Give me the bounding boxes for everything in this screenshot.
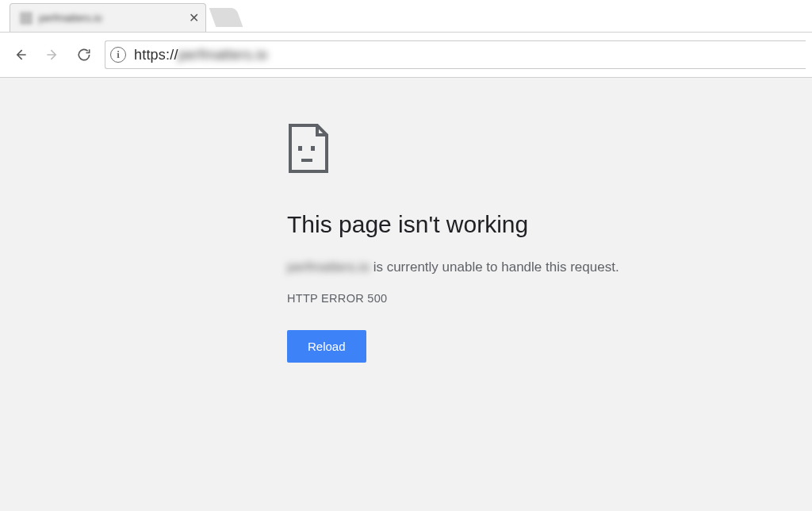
- arrow-left-icon: [13, 47, 29, 63]
- svg-rect-2: [301, 159, 312, 162]
- sad-file-icon: [287, 122, 330, 175]
- error-message-suffix: is currently unable to handle this reque…: [370, 259, 619, 275]
- new-tab-button[interactable]: [209, 8, 243, 27]
- tab-favicon: [20, 12, 33, 25]
- svg-rect-0: [298, 146, 302, 151]
- browser-toolbar: i https:// perfmatters.io: [0, 33, 812, 78]
- error-domain: perfmatters.io: [287, 257, 370, 278]
- reload-page-button[interactable]: Reload: [287, 330, 366, 363]
- back-button[interactable]: [6, 40, 35, 69]
- page-viewport: This page isn't working perfmatters.io i…: [0, 78, 812, 511]
- address-bar[interactable]: i https:// perfmatters.io: [105, 40, 806, 69]
- error-code: HTTP ERROR 500: [287, 292, 699, 305]
- url-display: https:// perfmatters.io: [134, 47, 267, 63]
- error-title: This page isn't working: [287, 211, 699, 238]
- url-scheme: https://: [134, 47, 178, 63]
- url-domain: perfmatters.io: [178, 47, 268, 63]
- arrow-right-icon: [44, 47, 60, 63]
- reload-icon: [76, 47, 92, 63]
- reload-button[interactable]: [70, 40, 98, 69]
- tab-title: perfmatters.io: [39, 12, 185, 24]
- error-container: This page isn't working perfmatters.io i…: [287, 122, 699, 363]
- site-info-icon[interactable]: i: [110, 47, 126, 63]
- tab-close-icon[interactable]: ✕: [185, 10, 202, 25]
- forward-button[interactable]: [38, 40, 67, 69]
- browser-tab[interactable]: perfmatters.io ✕: [10, 3, 206, 32]
- tab-strip: perfmatters.io ✕: [0, 0, 812, 33]
- svg-rect-1: [311, 146, 315, 151]
- error-description: perfmatters.io is currently unable to ha…: [287, 257, 699, 278]
